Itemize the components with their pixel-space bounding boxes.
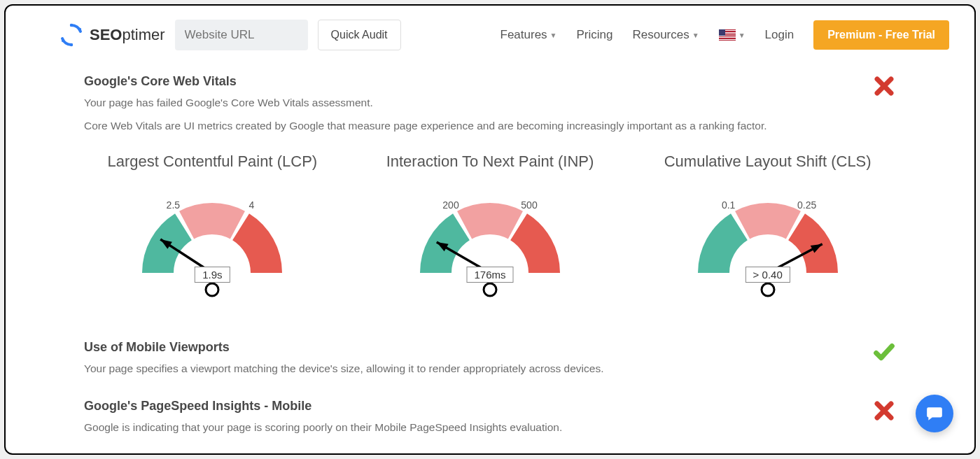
chat-icon xyxy=(925,404,944,423)
svg-point-3 xyxy=(70,43,73,46)
logo[interactable]: SEOptimer xyxy=(59,22,165,48)
psi-title: Google's PageSpeed Insights - Mobile xyxy=(84,399,872,414)
section-core-web-vitals: Google's Core Web Vitals Your page has f… xyxy=(84,74,896,315)
section-psi-mobile: Google's PageSpeed Insights - Mobile Goo… xyxy=(84,399,896,442)
gauge-cls-chart xyxy=(663,175,873,315)
premium-trial-button[interactable]: Premium - Free Trial xyxy=(813,20,949,50)
chevron-down-icon: ▼ xyxy=(692,31,699,39)
gauge-inp-tick1: 200 xyxy=(442,199,458,211)
gauge-inp-title: Interaction To Next Paint (INP) xyxy=(362,153,619,171)
viewport-title: Use of Mobile Viewports xyxy=(84,340,872,355)
gauge-lcp-title: Largest Contentful Paint (LCP) xyxy=(84,153,341,171)
chevron-down-icon: ▼ xyxy=(550,31,557,39)
main-nav: Features ▼ Pricing Resources ▼ ▼ Login P… xyxy=(500,20,950,50)
nav-login[interactable]: Login xyxy=(765,28,794,42)
flag-us-icon xyxy=(719,29,736,41)
viewport-subtitle: Your page specifies a viewport matching … xyxy=(84,360,872,376)
gauge-lcp: Largest Contentful Paint (LCP) 2.5 4 1.9… xyxy=(84,153,341,315)
fail-icon xyxy=(872,74,896,98)
logo-icon xyxy=(59,22,84,48)
svg-point-2 xyxy=(70,24,73,27)
gauge-inp-tick2: 500 xyxy=(521,199,537,211)
gauge-cls-title: Cumulative Layout Shift (CLS) xyxy=(639,153,896,171)
chevron-down-icon: ▼ xyxy=(738,31,746,39)
language-selector[interactable]: ▼ xyxy=(719,29,746,41)
gauge-lcp-tick1: 2.5 xyxy=(167,199,180,211)
nav-resources[interactable]: Resources ▼ xyxy=(632,28,699,42)
gauge-cls-tick2: 0.25 xyxy=(797,199,816,211)
gauges-row: Largest Contentful Paint (LCP) 2.5 4 1.9… xyxy=(84,153,896,315)
gauge-inp-chart xyxy=(385,175,595,315)
svg-point-1 xyxy=(62,39,64,42)
chat-launcher[interactable] xyxy=(916,395,953,432)
gauge-cls-value: > 0.40 xyxy=(746,267,790,283)
svg-point-0 xyxy=(78,28,81,31)
gauge-lcp-chart xyxy=(107,175,317,315)
gauge-inp-value: 176ms xyxy=(466,267,513,283)
nav-features-label: Features xyxy=(500,28,547,42)
url-input[interactable] xyxy=(175,20,308,50)
gauge-lcp-value: 1.9s xyxy=(195,267,230,283)
cwv-description: Core Web Vitals are UI metrics created b… xyxy=(84,118,872,134)
nav-resources-label: Resources xyxy=(632,28,689,42)
gauge-inp: Interaction To Next Paint (INP) 200 500 … xyxy=(362,153,619,315)
nav-features[interactable]: Features ▼ xyxy=(500,28,557,42)
cwv-subtitle: Your page has failed Google's Core Web V… xyxy=(84,94,872,111)
section-viewport: Use of Mobile Viewports Your page specif… xyxy=(84,340,896,383)
quick-audit-button[interactable]: Quick Audit xyxy=(318,20,401,50)
gauge-cls: Cumulative Layout Shift (CLS) 0.1 0.25 >… xyxy=(639,153,896,315)
fail-icon xyxy=(872,399,896,423)
gauge-lcp-tick2: 4 xyxy=(248,199,254,211)
pass-icon xyxy=(872,340,896,364)
logo-text: SEOptimer xyxy=(90,26,165,44)
psi-subtitle: Google is indicating that your page is s… xyxy=(84,419,872,435)
svg-point-10 xyxy=(484,283,496,296)
app-header: SEOptimer Quick Audit Features ▼ Pricing… xyxy=(10,10,970,60)
nav-pricing[interactable]: Pricing xyxy=(577,28,613,42)
gauge-cls-tick1: 0.1 xyxy=(722,199,735,211)
svg-point-14 xyxy=(762,283,774,296)
cwv-title: Google's Core Web Vitals xyxy=(84,74,872,89)
svg-point-6 xyxy=(206,283,218,296)
report-body: Google's Core Web Vitals Your page has f… xyxy=(38,60,942,449)
